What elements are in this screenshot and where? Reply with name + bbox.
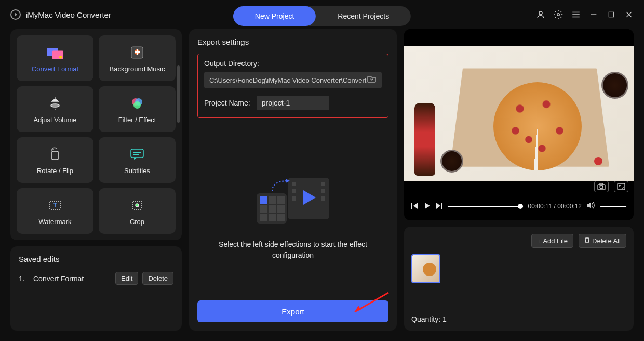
svg-point-19 [133,101,141,109]
svg-rect-29 [292,182,296,186]
svg-rect-51 [441,203,442,209]
tool-label: Watermark [38,218,71,226]
svg-point-16 [51,104,59,107]
output-directory-input[interactable] [209,76,367,84]
tool-convert-format[interactable]: Convert Format [17,35,93,81]
tool-label: Background Music [110,65,165,73]
svg-rect-31 [292,196,296,201]
background-music-icon [129,44,145,61]
tool-crop[interactable]: Crop [99,188,176,234]
svg-rect-21 [131,149,143,158]
convert-format-icon [47,44,63,61]
svg-rect-50 [411,203,412,209]
tool-label: Filter / Effect [118,116,156,124]
svg-point-47 [600,186,603,189]
volume-slider[interactable] [600,206,626,207]
tool-subtitles[interactable]: Subtitles [99,137,176,183]
settings-icon[interactable] [554,10,563,19]
tool-background-music[interactable]: Background Music [99,35,176,81]
next-frame-icon[interactable] [435,203,442,211]
saved-edit-index: 1. [19,274,29,283]
svg-text:T: T [53,202,57,209]
filter-effect-icon [129,95,145,112]
svg-rect-43 [269,214,276,221]
svg-rect-49 [618,183,625,190]
svg-rect-36 [260,196,267,204]
svg-point-1 [557,14,560,16]
adjust-volume-icon [47,95,63,112]
time-display: 00:00:11 / 00:00:12 [528,203,582,210]
svg-rect-38 [277,196,285,204]
svg-rect-32 [321,182,325,186]
app-logo-icon [10,9,21,20]
tool-rotate-flip[interactable]: Rotate / Flip [17,137,93,183]
menu-icon[interactable] [571,10,581,19]
subtitles-icon [129,146,145,163]
snapshot-icon[interactable] [594,181,609,192]
svg-point-27 [136,204,139,207]
annotation-arrow-icon [347,290,394,316]
effect-illustration-icon [251,168,334,231]
video-content [404,46,634,181]
tool-filter-effect[interactable]: Filter / Effect [99,86,176,132]
tool-label: Adjust Volume [33,116,76,124]
svg-rect-20 [52,151,58,160]
output-directory-label: Output Directory: [204,59,382,68]
svg-point-0 [539,11,542,15]
watermark-icon: T [47,197,63,214]
saved-edits-panel: Saved edits 1. Convert Format Edit Delet… [10,246,182,331]
app-title: iMyMac Video Converter [26,10,111,19]
project-name-input[interactable] [257,96,329,110]
helper-text: Select the left side effections to start… [197,239,388,261]
video-preview-panel: 00:00:11 / 00:00:12 [404,29,634,220]
plus-icon: + [537,237,541,245]
svg-rect-34 [321,196,325,201]
tools-panel: Convert Format Background Music Adjust V… [10,29,182,240]
browse-folder-icon[interactable] [367,75,377,85]
svg-rect-37 [269,196,276,204]
svg-rect-39 [260,205,267,213]
user-icon[interactable] [536,10,545,19]
svg-rect-42 [260,214,267,221]
saved-edit-name: Convert Format [33,274,111,283]
close-icon[interactable] [624,10,634,19]
edit-button[interactable]: Edit [115,272,138,285]
delete-all-button[interactable]: Delete All [579,234,626,248]
svg-rect-41 [277,205,285,213]
tool-label: Subtitles [124,167,150,175]
maximize-icon[interactable] [607,10,616,19]
file-thumbnail[interactable] [411,254,440,283]
add-file-button[interactable]: + Add File [531,234,573,248]
video-frame [404,29,634,198]
crop-icon [129,197,145,214]
play-icon[interactable] [424,203,430,211]
export-settings-panel: Export settings Output Directory: Projec… [189,29,397,331]
fullscreen-icon[interactable] [614,181,628,192]
delete-button[interactable]: Delete [142,272,173,285]
quantity-row: Quantity: 1 [411,315,626,323]
prev-frame-icon[interactable] [411,203,419,211]
tab-new-project[interactable]: New Project [233,6,316,26]
tool-watermark[interactable]: T Watermark [17,188,93,234]
svg-point-11 [59,56,62,58]
trash-icon [584,237,590,245]
saved-edit-row: 1. Convert Format Edit Delete [19,272,173,285]
scrollbar[interactable] [177,65,180,123]
tab-recent-projects[interactable]: Recent Projects [316,6,411,26]
minimize-icon[interactable] [589,10,598,19]
saved-edits-title: Saved edits [19,255,173,264]
files-panel: + Add File Delete All Quantity: 1 [404,227,634,331]
tool-label: Crop [130,218,144,226]
project-name-label: Project Name: [204,99,250,107]
rotate-flip-icon [47,146,63,163]
tool-label: Convert Format [32,65,78,73]
volume-icon[interactable] [587,202,595,211]
svg-rect-30 [292,189,296,193]
export-settings-title: Export settings [197,37,388,46]
titlebar: iMyMac Video Converter New Project Recen… [0,0,644,29]
tool-adjust-volume[interactable]: Adjust Volume [17,86,93,132]
svg-rect-15 [135,51,140,53]
export-highlight-box: Output Directory: Project Name: [197,54,388,118]
svg-rect-6 [609,12,613,17]
timeline-slider[interactable] [448,206,523,207]
